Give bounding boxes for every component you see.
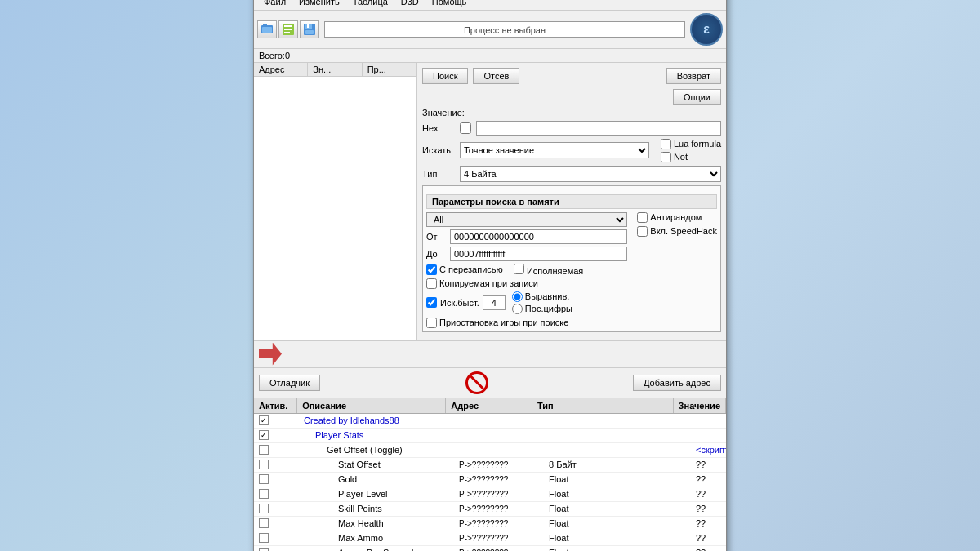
add-address-button[interactable]: Добавить адрес [633,375,721,391]
last-digits-radio[interactable] [512,304,523,314]
menu-help[interactable]: Помощь [425,0,474,8]
count-bar: Всего:0 [254,49,726,63]
lua-formula-row: Lua formula [661,139,721,149]
copy-on-write-checkbox[interactable] [426,278,437,289]
table-row[interactable]: Max HealthP->????????Float?? [254,517,726,531]
th-aktiv: Актив. [254,398,297,413]
fast-scan-input[interactable] [483,295,506,310]
left-panel: Адрес Зн... Пр... [254,63,417,340]
memory-all-select[interactable]: All [426,212,627,227]
aktiv-checkbox[interactable] [259,504,269,513]
arrow-area [254,340,726,367]
hex-checkbox[interactable] [460,122,471,134]
open-process-button[interactable] [257,20,277,38]
main-content: Адрес Зн... Пр... Поиск Отсев Возврат Оп… [254,63,726,340]
table-row[interactable]: Get Offset (Toggle)<скрипт> [254,443,726,458]
table-row[interactable]: Created by Idlehands88 [254,414,726,429]
aktiv-checkbox[interactable] [259,445,269,455]
value-group: Значение: [422,108,721,118]
not-checkbox[interactable] [661,152,671,162]
cell-value [691,434,726,436]
all-row: All [426,212,627,227]
cell-desc: Created by Idlehands88 [299,415,454,426]
right-options: Lua formula Not [661,139,721,162]
hex-label: Hex [422,123,455,133]
to-row: До [426,247,627,261]
cell-desc: Player Stats [299,429,454,441]
bottom-toolbar: Отладчик Добавить адрес [254,367,726,398]
align-radio-row: Выравнив. [512,291,572,302]
save-button[interactable] [300,20,319,38]
cell-desc: Ammo Per Second [299,547,454,551]
aktiv-checkbox[interactable] [259,489,269,499]
fast-scan-checkbox[interactable] [426,297,437,308]
cell-type: Float [544,518,691,529]
search-type-select[interactable]: Точное значение [460,142,649,158]
type-select[interactable]: 4 Байта [460,166,721,182]
svg-rect-9 [307,24,309,28]
cell-aktiv [254,532,299,544]
antirandom-checkbox[interactable] [637,212,648,223]
pause-game-checkbox[interactable] [426,318,437,328]
cell-addr [454,420,544,421]
menu-bar: Файл Изменить Таблица D3D Помощь [254,0,726,11]
cell-value: <скрипт> [691,444,726,455]
cell-addr: P->???????? [454,518,544,529]
filter-button[interactable]: Отсев [473,68,519,84]
desc-link[interactable]: Created by Idlehands88 [304,415,399,425]
memory-params-section: Параметры поиска в памяти All От [422,185,721,332]
table-section: Актив. Описание Адрес Тип Значение Creat… [254,398,726,552]
cell-aktiv [254,503,299,514]
speedhack-checkbox[interactable] [637,226,648,237]
aktiv-checkbox[interactable] [259,474,269,484]
aktiv-checkbox-checked[interactable] [259,415,269,425]
menu-file[interactable]: Файл [257,0,292,8]
svg-rect-5 [284,29,292,30]
antirandom-row: Антирандом [637,212,717,223]
table-row[interactable]: Stat OffsetP->????????8 Байт?? [254,458,726,473]
to-input[interactable] [450,247,627,261]
value-label: Значение: [422,108,465,118]
menu-d3d[interactable]: D3D [394,0,425,8]
col-address: Адрес [254,63,308,76]
table-row[interactable]: Skill PointsP->????????Float?? [254,502,726,517]
speedhack-row: Вкл. SpeedHack [637,226,717,237]
cell-type: Float [544,547,691,551]
debugger-button[interactable]: Отладчик [259,375,320,391]
table-row[interactable]: Player Stats [254,429,726,443]
table-row[interactable]: Player LevelP->????????Float?? [254,487,726,502]
cell-addr: P->???????? [454,548,544,552]
svg-rect-4 [284,25,292,27]
cell-type: 8 Байт [544,459,691,470]
aktiv-checkbox[interactable] [259,518,269,528]
writable-checkbox[interactable] [426,264,437,275]
align-radio[interactable] [512,291,523,302]
aktiv-checkbox-checked[interactable] [259,430,269,440]
cell-type [544,420,691,421]
executable-checkbox[interactable] [514,264,524,274]
process-bar: Процесс не выбран [324,21,685,38]
cell-aktiv [254,444,299,455]
right-panel: Поиск Отсев Возврат Опции Значение: Hex … [417,63,726,340]
aktiv-checkbox[interactable] [259,460,269,469]
last-digits-radio-row: Пос.цифры [512,304,572,314]
table-row[interactable]: Ammo Per SecondP->????????Float?? [254,546,726,552]
aktiv-checkbox[interactable] [259,548,269,551]
options-button[interactable]: Опции [673,89,721,105]
fast-scan-label: Иск.быст. [440,298,479,308]
lua-formula-checkbox[interactable] [661,139,671,149]
th-desc: Описание [297,398,446,413]
value-input[interactable] [476,121,721,136]
menu-table[interactable]: Таблица [346,0,394,8]
menu-edit[interactable]: Изменить [292,0,346,8]
memory-view-button[interactable] [278,20,298,38]
table-row[interactable]: Max AmmoP->????????Float?? [254,531,726,546]
from-row: От [426,229,627,244]
table-row[interactable]: GoldP->????????Float?? [254,473,726,487]
desc-link[interactable]: Player Stats [315,430,363,440]
cell-addr: P->???????? [454,460,544,470]
aktiv-checkbox[interactable] [259,533,269,543]
from-input[interactable] [450,229,627,244]
return-button[interactable]: Возврат [666,68,721,84]
search-button[interactable]: Поиск [422,68,468,84]
